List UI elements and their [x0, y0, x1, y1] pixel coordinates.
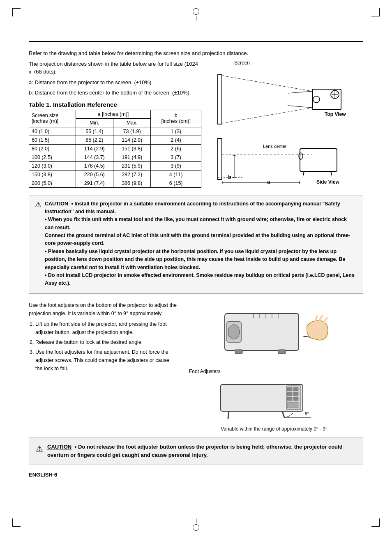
cell-screen: 80 (2.0) [29, 144, 76, 153]
intro-line1: Refer to the drawing and table below for… [29, 49, 363, 58]
svg-text:b: b [228, 174, 231, 180]
screen-label: Screen [234, 60, 250, 66]
cell-min: 220 (5.6) [76, 170, 113, 179]
cell-b: 6 (15) [151, 179, 201, 187]
caution-header-1: ⚠ CAUTION • Install the projector in a s… [35, 200, 357, 288]
cell-screen: 120 (3.0) [29, 161, 76, 170]
svg-text:Lens center: Lens center [263, 144, 287, 149]
caution-icon-2: ⚠ [36, 442, 43, 455]
table-row: 150 (3.8) 220 (5.6) 282 (7.2) 4 (11) [29, 170, 201, 179]
table-row: 200 (5.0) 291 (7.4) 386 (9.8) 6 (15) [29, 179, 201, 187]
cell-b: 4 (11) [151, 170, 201, 179]
foot-step-2: Release the button to lock at the desire… [35, 338, 177, 346]
intro-line3a: a: Distance from the projector to the sc… [29, 78, 201, 87]
svg-rect-13 [218, 138, 222, 180]
cell-b: 2 (6) [151, 144, 201, 153]
top-rule [29, 41, 363, 42]
cell-screen: 40 (1.0) [29, 127, 76, 136]
table-row: 60 (1.5) 85 (2.2) 114 (2.9) 2 (4) [29, 136, 201, 144]
cell-min: 176 (4.5) [76, 161, 113, 170]
page: Refer to the drawing and table below for… [0, 0, 392, 539]
corner-mark-br [371, 518, 380, 527]
corner-mark-tl [12, 8, 21, 16]
table-title: Table 1. Installation Reference [29, 101, 201, 108]
cell-min: 291 (7.4) [76, 179, 113, 187]
svg-line-24 [331, 171, 332, 175]
svg-rect-47 [287, 392, 292, 396]
foot-steps: Lift up the front side of the projector,… [35, 320, 177, 373]
cell-max: 191 (4.9) [113, 153, 150, 161]
table-row: 80 (2.0) 114 (2.9) 151 (3.8) 2 (6) [29, 144, 201, 153]
svg-point-6 [313, 96, 320, 103]
foot-adjuster-section: Use the foot adjusters on the bottom of … [29, 301, 363, 432]
svg-line-1 [222, 76, 312, 91]
cell-screen: 100 (2.5) [29, 153, 76, 161]
foot-right-diagrams: Foot Adjusters [185, 301, 363, 432]
top-view-diagram: Top View [210, 67, 357, 132]
cell-b: 3 (7) [151, 153, 201, 161]
svg-rect-38 [235, 350, 242, 354]
cell-min: 144 (3.7) [76, 153, 113, 161]
cell-screen: 60 (1.5) [29, 136, 76, 144]
svg-line-3 [288, 91, 312, 93]
svg-rect-46 [293, 387, 298, 391]
cell-max: 114 (2.9) [113, 136, 150, 144]
svg-rect-51 [287, 402, 298, 408]
svg-line-41 [319, 315, 323, 321]
svg-line-2 [222, 108, 312, 123]
svg-rect-49 [287, 397, 292, 401]
svg-point-32 [228, 325, 240, 339]
foot-step-3: Use the foot adjusters for fine adjustme… [35, 348, 177, 373]
foot-adjuster-top-diagram [212, 301, 336, 367]
cell-b: 3 (9) [151, 161, 201, 170]
intro-line2: The projection distances shown in the ta… [29, 60, 201, 76]
svg-rect-21 [300, 149, 337, 171]
cell-screen: 150 (3.8) [29, 170, 76, 179]
diagram-area: Screen [210, 60, 363, 190]
cell-max: 151 (3.8) [113, 144, 150, 153]
bottom-center-mark [193, 518, 199, 531]
english-label: ENGLISH-6 [29, 472, 363, 478]
top-center-mark [193, 8, 199, 21]
svg-point-22 [299, 153, 303, 159]
cell-screen: 200 (5.0) [29, 179, 76, 187]
foot-left-text: Use the foot adjusters on the bottom of … [29, 301, 177, 432]
foot-intro: Use the foot adjusters on the bottom of … [29, 301, 177, 318]
col-a-min: Min. [76, 118, 113, 127]
svg-text:a: a [267, 179, 270, 185]
variable-label: Variable within the range of approximate… [221, 426, 327, 432]
svg-rect-48 [293, 392, 298, 396]
cell-b: 2 (4) [151, 136, 201, 144]
bottom-registration-marks [0, 518, 392, 531]
cell-min: 85 (2.2) [76, 136, 113, 144]
svg-rect-5 [312, 89, 341, 110]
intro-line3b: b: Distance from the lens center to the … [29, 89, 201, 97]
col-a-max: Max. [113, 118, 150, 127]
cell-b: 1 (3) [151, 127, 201, 136]
corner-mark-tr [371, 8, 380, 16]
svg-line-52 [228, 411, 229, 419]
col-a-header: a [inches (m)] [76, 110, 151, 118]
col-b-header: b [inches (cm)] [151, 110, 201, 127]
caution-body-2: CAUTION • Do not release the foot adjust… [47, 443, 356, 460]
svg-rect-50 [293, 397, 298, 401]
cell-min: 55 (1.4) [76, 127, 113, 136]
svg-line-23 [303, 171, 304, 175]
installation-table: Screen size [inches (m)] a [inches (m)] … [29, 110, 201, 188]
svg-rect-39 [278, 350, 286, 354]
svg-rect-45 [287, 387, 292, 391]
foot-adjuster-side-diagram: 9° [212, 374, 336, 424]
corner-mark-bl [12, 518, 21, 527]
caution-icon-1: ⚠ [35, 199, 42, 211]
svg-line-4 [288, 106, 312, 108]
svg-text:Top View: Top View [325, 111, 346, 117]
svg-line-42 [323, 318, 327, 322]
right-column: Screen [210, 60, 363, 190]
cell-max: 282 (7.2) [113, 170, 150, 179]
svg-text:Side View: Side View [316, 179, 339, 185]
cell-max: 386 (9.8) [113, 179, 150, 187]
cell-max: 231 (5.9) [113, 161, 150, 170]
svg-rect-0 [218, 75, 222, 124]
svg-text:9°: 9° [305, 412, 309, 416]
table-row: 120 (3.0) 176 (4.5) 231 (5.9) 3 (9) [29, 161, 201, 170]
